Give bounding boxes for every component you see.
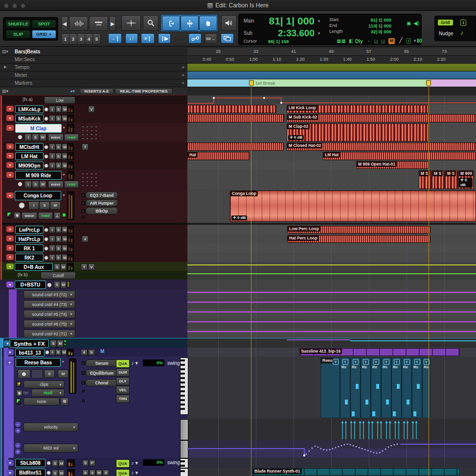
zoom-toggle-button[interactable] <box>121 15 141 31</box>
track-name-lmhat[interactable]: LM Hat <box>15 152 44 160</box>
track-collapse-arrow[interactable]: ▼ <box>6 162 14 168</box>
rtp-column-header[interactable]: REAL-TIME PROPERTIES <box>115 88 173 95</box>
mini-piano-keys[interactable] <box>180 357 188 415</box>
rtp-qua-button[interactable]: QUA <box>116 469 130 476</box>
track-input-button[interactable]: I <box>49 245 55 252</box>
velocity-lane-scale[interactable] <box>180 419 188 440</box>
clip-m-clap-02[interactable]: M Clap-02✛ 0 dB <box>287 123 429 142</box>
clip-unnamed-26[interactable]: TRe <box>412 357 422 418</box>
track-list-menu-icon[interactable]: ▥▾ <box>2 89 8 94</box>
midi-controller-selector[interactable]: sound cntrl #4 (73)▼ <box>23 300 75 309</box>
rtp-trn-button[interactable]: TRN <box>116 395 130 403</box>
inserts-column-header[interactable]: INSERTS A-E <box>80 88 113 95</box>
track-input-button[interactable]: I <box>49 236 55 242</box>
hdr-extra-4[interactable]: 4 <box>81 349 88 356</box>
track-name-sblb808[interactable]: SbLb808 <box>15 459 45 467</box>
track-rec-led[interactable] <box>46 471 51 475</box>
bottom-extra-4[interactable]: 4 <box>89 470 95 476</box>
aux-extra-V[interactable]: V <box>88 263 95 270</box>
clip-m-sub-kick-02[interactable]: M Sub Kick-02 <box>287 114 476 122</box>
mode-spot-button[interactable]: SPOT <box>32 20 56 28</box>
clip-trigger-icon[interactable]: T <box>342 359 348 365</box>
swing-display[interactable]: 0% <box>143 359 164 366</box>
clip-trigger-icon[interactable]: T <box>384 359 389 365</box>
grid-small-caret[interactable]: ▼ <box>413 39 417 43</box>
track-solo-button[interactable]: S <box>54 281 60 288</box>
insert-slot-eq3-7-band[interactable]: EQ3 7-Band <box>86 191 118 199</box>
track-name-rk1[interactable]: RK 1 <box>15 244 44 252</box>
lane-synths[interactable] <box>187 338 476 348</box>
lane-rk1[interactable] <box>187 243 476 253</box>
bottom-extra-M[interactable]: M <box>96 470 102 476</box>
nudge-note-icon[interactable]: ♪ <box>460 29 463 36</box>
track-rec-led[interactable] <box>44 107 48 112</box>
clip-unnamed-20[interactable]: TRe <box>350 357 361 418</box>
marker-flag-0[interactable] <box>249 80 254 86</box>
markers-lane[interactable] <box>187 79 476 87</box>
track-solo-button[interactable]: S <box>44 370 55 378</box>
zoom-preset-4[interactable]: 4 <box>85 33 93 45</box>
track-name-m909opn[interactable]: M909Opn <box>15 162 44 169</box>
track-mute-button[interactable]: M <box>60 263 67 270</box>
edit-insertion-icon[interactable]: ◧ <box>349 38 353 44</box>
record-mode-label[interactable]: M <box>100 349 104 354</box>
lane-m909opn[interactable] <box>187 161 476 170</box>
track-solo-button[interactable]: S <box>55 115 62 122</box>
sync-icon[interactable]: ◔ <box>367 39 370 44</box>
track-name-msubkck[interactable]: MSubKck <box>15 115 44 122</box>
track-extra-7[interactable]: 7 <box>82 143 89 150</box>
track-collapse-arrow[interactable]: ▼ <box>6 470 14 476</box>
wave-view-button[interactable]: wave <box>48 181 64 188</box>
bottom-extra-S[interactable]: S <box>82 460 89 466</box>
track-solo-button[interactable]: S <box>39 201 50 210</box>
post-roll-icon[interactable]: ◀) <box>413 20 419 26</box>
track-collapse-arrow[interactable]: ▼ <box>6 143 14 149</box>
track-collapse-arrow[interactable]: ▼ <box>6 172 14 178</box>
track-input-button[interactable]: I <box>49 349 55 356</box>
lane-sc6[interactable] <box>187 319 476 329</box>
clip-trigger-icon[interactable]: T <box>394 359 400 365</box>
track-name-rk2[interactable]: RK2 <box>15 254 44 262</box>
track-input-button[interactable]: I <box>24 134 32 141</box>
rtp-qua-button[interactable]: QUA <box>116 459 130 468</box>
clip-m-closed-hat-02[interactable]: M Closed Hat-02 <box>287 143 476 151</box>
clip-hat-perc-loop[interactable]: Hat Perc Loop <box>287 235 431 243</box>
midi-controller-selector[interactable]: sound cntrl #6 (75)▼ <box>23 320 75 328</box>
start-value[interactable]: 81| 1| 000 <box>356 17 391 23</box>
midi-zoom-button[interactable] <box>89 16 108 31</box>
scrub-tool-button[interactable] <box>221 15 237 31</box>
clip-unnamed-22[interactable]: TRe <box>371 357 381 418</box>
track-name-bldbnr[interactable]: BldRnrS1 <box>15 469 45 476</box>
clip-lm-hat[interactable]: LM Hat <box>323 152 476 160</box>
track-solo-button[interactable]: S <box>32 134 39 141</box>
clip-unnamed-5[interactable] <box>187 143 284 151</box>
track-rec-led[interactable] <box>18 135 23 140</box>
track-collapse-arrow[interactable]: ▼ <box>6 245 14 251</box>
ruler-add-icon[interactable]: + <box>181 65 184 70</box>
track-rec-led[interactable] <box>44 154 48 159</box>
track-rec-led[interactable] <box>44 145 48 149</box>
track-solo-button[interactable]: S <box>55 349 61 356</box>
clip-trigger-icon[interactable]: T <box>414 359 420 365</box>
ruler-label-minsecs[interactable]: Min:Secs <box>0 56 187 64</box>
read-automation-button[interactable]: read <box>38 212 53 219</box>
track-solo-button[interactable]: S <box>52 470 58 476</box>
bottom-extra-8[interactable]: 8 <box>103 470 109 476</box>
clip-gain-pill[interactable]: ✛ 0 dB <box>459 178 473 188</box>
automation-bolt-icon[interactable]: ⚡ <box>16 381 21 387</box>
track-collapse-arrow[interactable]: ▼ <box>6 263 14 269</box>
grid-note-value-icon[interactable]: 1 <box>460 20 466 26</box>
bottom-extra-A[interactable]: A <box>82 470 89 476</box>
zoom-out-arrow-button[interactable]: ◀ <box>61 16 68 31</box>
track-name-dbstu[interactable]: D+BSTU <box>15 281 46 289</box>
midi-controller-selector[interactable]: sound cntrl #2 (71)▼ <box>23 330 75 338</box>
playlist-selector[interactable]: clips▼ <box>23 381 65 388</box>
insert-led-4[interactable] <box>82 390 85 392</box>
audio-zoom-button[interactable] <box>69 16 88 31</box>
track-collapse-arrow[interactable]: ▼ <box>6 236 14 241</box>
lane-type-selector[interactable]: velocity▼ <box>23 423 78 431</box>
main-counter-value[interactable]: 81| 1| 000 <box>268 15 315 27</box>
clip-gain-pill[interactable]: ✛ 0 dB <box>288 135 304 140</box>
track-input-button[interactable]: I <box>24 181 32 188</box>
ruler-label-markers[interactable]: Markers+ <box>0 79 187 87</box>
